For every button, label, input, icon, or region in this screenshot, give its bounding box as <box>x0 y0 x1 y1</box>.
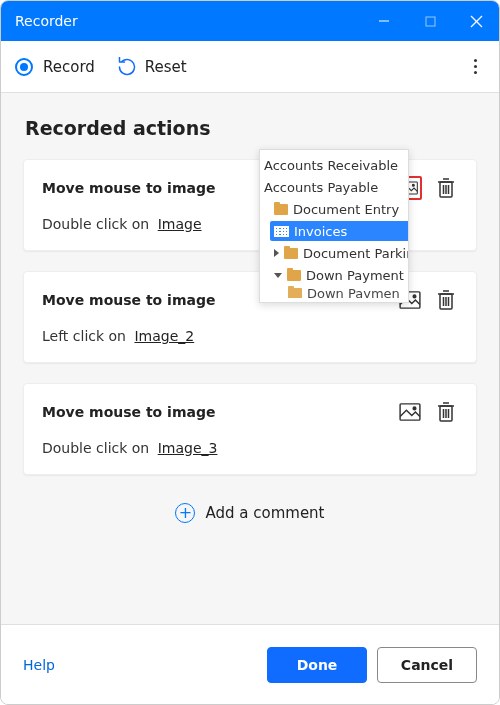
record-button[interactable]: Record <box>15 58 95 76</box>
record-icon <box>15 58 33 76</box>
add-comment-button[interactable]: + Add a comment <box>23 495 477 543</box>
target-link[interactable]: Image <box>158 216 202 232</box>
tree-item[interactable]: Down Payment <box>260 264 408 286</box>
folder-icon <box>274 204 288 215</box>
help-link[interactable]: Help <box>23 657 55 673</box>
tree-item[interactable]: Accounts Receivable <box>260 154 408 176</box>
dot-icon <box>474 71 477 74</box>
trash-icon <box>437 402 455 422</box>
image-icon <box>399 403 421 421</box>
section-title: Recorded actions <box>25 117 477 139</box>
undo-icon <box>117 57 137 77</box>
recorder-window: Recorder Record Reset Recorded actions <box>0 0 500 705</box>
toolbar: Record Reset <box>1 41 499 93</box>
action-card: Move mouse to image Double click on Imag… <box>23 383 477 475</box>
delete-button[interactable] <box>434 176 458 200</box>
done-button[interactable]: Done <box>267 647 367 683</box>
close-button[interactable] <box>453 1 499 41</box>
maximize-icon <box>425 16 436 27</box>
expander-right-icon <box>274 249 279 257</box>
minimize-icon <box>378 15 390 27</box>
footer: Help Done Cancel <box>1 624 499 704</box>
svg-point-5 <box>412 184 414 186</box>
svg-point-21 <box>413 407 416 410</box>
window-title: Recorder <box>15 13 78 29</box>
minimize-button[interactable] <box>361 1 407 41</box>
maximize-button[interactable] <box>407 1 453 41</box>
action-description: Double click on Image_3 <box>42 440 458 456</box>
svg-point-13 <box>413 295 416 298</box>
thumbnail-button[interactable] <box>398 400 422 424</box>
dot-icon <box>474 59 477 62</box>
target-link[interactable]: Image_3 <box>158 440 218 456</box>
delete-button[interactable] <box>434 400 458 424</box>
folder-icon <box>288 288 302 298</box>
tree-item[interactable]: Document Parkin <box>260 242 408 264</box>
more-button[interactable] <box>466 51 485 82</box>
tree-item[interactable]: Down Paymen <box>260 286 408 298</box>
svg-rect-20 <box>400 404 420 420</box>
title-bar: Recorder <box>1 1 499 41</box>
tree-popup: Accounts Receivable Accounts Payable Doc… <box>259 149 409 303</box>
tree-item-selected[interactable]: Invoices <box>260 220 408 242</box>
reset-label: Reset <box>145 58 187 76</box>
tree-item[interactable]: Document Entry <box>260 198 408 220</box>
action-title: Move mouse to image <box>42 180 215 196</box>
action-title: Move mouse to image <box>42 404 215 420</box>
record-label: Record <box>43 58 95 76</box>
expander-down-icon <box>274 273 282 278</box>
cancel-button[interactable]: Cancel <box>377 647 477 683</box>
reset-button[interactable]: Reset <box>117 57 187 77</box>
plus-circle-icon: + <box>175 503 195 523</box>
add-comment-label: Add a comment <box>205 504 324 522</box>
tree-item[interactable]: Accounts Payable <box>260 176 408 198</box>
folder-icon <box>287 270 301 281</box>
trash-icon <box>437 290 455 310</box>
delete-button[interactable] <box>434 288 458 312</box>
body: Recorded actions Move mouse to image Dou… <box>1 93 499 624</box>
action-title: Move mouse to image <box>42 292 215 308</box>
action-description: Left click on Image_2 <box>42 328 458 344</box>
dot-icon <box>474 65 477 68</box>
trash-icon <box>437 178 455 198</box>
table-icon <box>274 226 289 237</box>
target-link[interactable]: Image_2 <box>134 328 194 344</box>
svg-rect-1 <box>426 17 435 26</box>
folder-icon <box>284 248 298 259</box>
close-icon <box>470 15 483 28</box>
